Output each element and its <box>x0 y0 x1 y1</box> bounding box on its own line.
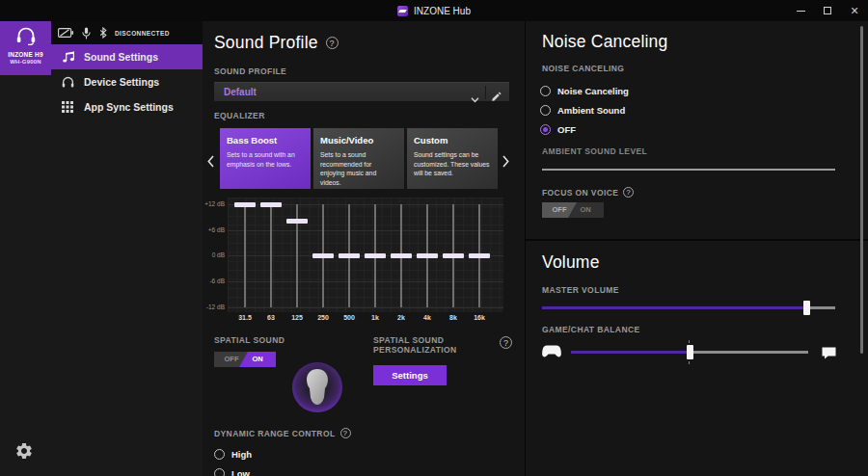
eq-frequency-label: 4k <box>415 314 440 321</box>
eq-slider-handle[interactable] <box>469 253 490 258</box>
edit-pencil-icon[interactable] <box>492 88 502 105</box>
close-icon <box>851 2 858 19</box>
focus-on-voice-label: FOCUS ON VOICE <box>542 187 634 198</box>
radio-circle[interactable] <box>540 86 551 96</box>
eq-slider-handle[interactable] <box>391 253 412 258</box>
radio-ambient-sound[interactable]: Ambient Sound <box>540 104 629 116</box>
master-volume-label: MASTER VOLUME <box>542 285 619 295</box>
spatial-sound-toggle[interactable]: OFF ON <box>214 352 276 367</box>
eq-axis-label: +12 dB <box>203 200 225 207</box>
titlebar: INZONE Hub <box>0 0 868 21</box>
sidebar-item-sound-settings[interactable]: Sound Settings <box>51 44 203 69</box>
sidebar-item-app-sync-settings[interactable]: App Sync Settings <box>51 94 203 119</box>
eq-frequency-label: 16k <box>467 314 492 321</box>
grid-icon <box>61 101 74 113</box>
radio-noise-canceling[interactable]: Noise Canceling <box>540 85 629 96</box>
eq-card-custom[interactable]: Custom Sound settings can be customized.… <box>407 128 498 189</box>
maximize-icon <box>824 7 831 14</box>
focus-on-voice-toggle[interactable]: OFF ON <box>542 202 604 218</box>
eq-slider-handle[interactable] <box>312 253 334 258</box>
microphone-icon <box>82 27 91 40</box>
equalizer-label: EQUALIZER <box>214 111 265 120</box>
device-model: WH-G900N <box>0 59 51 65</box>
game-chat-balance-slider[interactable] <box>571 345 808 359</box>
radio-label: Low <box>231 468 250 476</box>
eq-card-desc: Sets to a sound recommended for enjoying… <box>320 150 397 187</box>
bluetooth-icon <box>99 27 107 39</box>
eq-card-bass-boost[interactable]: Bass Boost Sets to a sound with an empha… <box>220 128 311 189</box>
status-icons <box>58 27 107 40</box>
device-tile[interactable]: INZONE H9 WH-G900N <box>0 21 51 75</box>
headset-icon <box>15 32 37 48</box>
battery-icon <box>58 28 73 38</box>
eq-band-8k[interactable]: 8k <box>441 198 466 327</box>
close-button[interactable] <box>841 0 868 21</box>
eq-slider-handle[interactable] <box>260 202 282 207</box>
eq-axis-label: -12 dB <box>203 304 225 310</box>
eq-band-250[interactable]: 250 <box>311 198 336 327</box>
eq-band-1k[interactable]: 1k <box>363 198 388 327</box>
carousel-next-button[interactable] <box>502 154 509 172</box>
spatial-personalization-label: SPATIAL SOUND PERSONALIZATION <box>373 335 457 355</box>
dropdown-divider <box>485 86 486 99</box>
section-divider <box>526 239 868 241</box>
eq-card-desc: Sound settings can be customized. These … <box>414 150 491 178</box>
game-chat-balance-handle[interactable] <box>687 345 693 359</box>
carousel-prev-button[interactable] <box>207 154 214 172</box>
radio-low[interactable]: Low <box>214 467 252 476</box>
eq-band-63[interactable]: 63 <box>258 198 284 327</box>
device-name: INZONE H9 <box>0 51 51 58</box>
radio-circle[interactable] <box>540 124 551 135</box>
eq-card-music-video[interactable]: Music/Video Sets to a sound recommended … <box>313 128 404 189</box>
radio-circle[interactable] <box>214 468 225 476</box>
eq-slider-track[interactable] <box>270 204 272 307</box>
eq-slider-handle[interactable] <box>443 253 464 258</box>
volume-title: Volume <box>542 252 600 273</box>
eq-slider-handle[interactable] <box>339 253 360 258</box>
scrollbar[interactable] <box>860 26 863 354</box>
help-icon[interactable] <box>326 37 339 49</box>
equalizer-graph: +12 dB+6 dB0 dB-6 dB-12 dB 31.5 63 125 2… <box>203 198 509 327</box>
help-icon[interactable] <box>340 428 351 438</box>
master-volume-slider[interactable] <box>542 301 835 315</box>
master-volume-handle[interactable] <box>803 301 810 315</box>
headphones-icon <box>61 76 74 88</box>
radio-high[interactable]: High <box>214 448 252 460</box>
sidebar-item-label: Device Settings <box>84 76 159 88</box>
eq-axis-label: 0 dB <box>203 251 225 258</box>
maximize-button[interactable] <box>814 0 841 21</box>
master-volume-fill <box>542 306 806 309</box>
sidebar-item-device-settings[interactable]: Device Settings <box>51 69 203 94</box>
help-icon[interactable] <box>623 187 634 198</box>
eq-band-4k[interactable]: 4k <box>415 198 440 327</box>
eq-slider-handle[interactable] <box>286 219 308 224</box>
eq-band-16k[interactable]: 16k <box>467 198 492 327</box>
eq-slider-handle[interactable] <box>365 253 386 258</box>
window-title-text: INZONE Hub <box>414 6 471 16</box>
eq-slider-handle[interactable] <box>417 253 438 258</box>
noise-canceling-panel: Noise Canceling NOISE CANCELING Noise Ca… <box>526 21 868 476</box>
radio-circle[interactable] <box>214 449 225 460</box>
radio-off[interactable]: OFF <box>540 123 629 135</box>
ambient-sound-level-label: AMBIENT SOUND LEVEL <box>542 146 647 156</box>
sound-profile-value: Default <box>224 83 257 101</box>
help-icon[interactable] <box>500 336 512 349</box>
noise-canceling-options: Noise Canceling Ambient Sound OFF <box>540 85 629 143</box>
eq-band-31-5[interactable]: 31.5 <box>232 198 258 327</box>
eq-slider-handle[interactable] <box>234 202 256 207</box>
eq-band-125[interactable]: 125 <box>285 198 310 327</box>
ambient-sound-level-slider[interactable] <box>542 169 835 171</box>
eq-card-title: Bass Boost <box>227 135 304 145</box>
minimize-button[interactable] <box>787 0 814 21</box>
settings-gear-button[interactable] <box>14 441 34 461</box>
spatial-settings-button[interactable]: Settings <box>373 365 447 385</box>
radio-circle[interactable] <box>540 105 551 116</box>
eq-band-500[interactable]: 500 <box>337 198 362 327</box>
eq-slider-track[interactable] <box>244 204 246 307</box>
eq-band-2k[interactable]: 2k <box>389 198 414 327</box>
sound-profile-dropdown[interactable]: Default <box>214 82 509 101</box>
radio-label: OFF <box>557 124 576 135</box>
window-title: INZONE Hub <box>397 0 471 21</box>
sidebar-nav: Sound Settings Device Settings App Sync … <box>51 44 203 119</box>
dynamic-range-options: High Low <box>214 448 252 476</box>
